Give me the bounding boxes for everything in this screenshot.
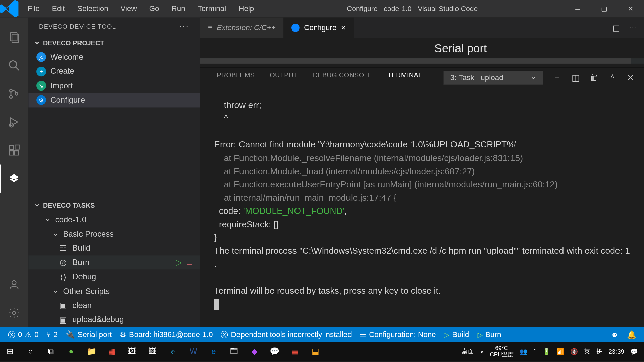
tray-ime[interactable]: 英: [584, 347, 590, 355]
tray-overflow-icon[interactable]: »: [480, 348, 484, 355]
kill-terminal-icon[interactable]: 🗑: [590, 72, 598, 82]
panel-more-icon[interactable]: ···: [179, 21, 190, 31]
task-debug[interactable]: ⟨⟩ Debug: [28, 270, 200, 284]
tray-ime2[interactable]: 拼: [596, 347, 602, 355]
panel-tab-problems[interactable]: PROBLEMS: [217, 71, 255, 84]
search-icon[interactable]: [0, 51, 28, 79]
deveco-icon[interactable]: [0, 165, 28, 193]
account-icon[interactable]: [0, 270, 28, 299]
split-terminal-icon[interactable]: ◫: [572, 72, 580, 83]
tray-temperature[interactable]: 69°CCPU温度: [490, 345, 513, 358]
word-icon[interactable]: W: [183, 342, 204, 361]
status-fork[interactable]: ⑂2: [46, 330, 58, 339]
maximize-panel-icon[interactable]: ＾: [608, 72, 617, 84]
menu-view[interactable]: View: [114, 0, 143, 18]
sidebar-item-create[interactable]: +Create: [28, 64, 200, 79]
taskbar-app-icon[interactable]: ●: [61, 342, 82, 361]
tray-volume-icon[interactable]: 🔇: [570, 348, 578, 355]
deveco-tasks-section[interactable]: DEVECO TASKS: [28, 198, 200, 213]
more-actions-icon[interactable]: ···: [630, 23, 636, 32]
sidebar-item-import[interactable]: ↘Import: [28, 79, 200, 93]
task-project[interactable]: code-1.0: [28, 213, 200, 227]
tray-clock[interactable]: 23:39: [608, 348, 624, 355]
warning-icon: ⚠: [25, 330, 32, 339]
cortana-icon[interactable]: ○: [20, 342, 41, 361]
close-panel-icon[interactable]: ✕: [627, 72, 634, 83]
status-build[interactable]: ▷Build: [444, 330, 469, 339]
menu-go[interactable]: Go: [143, 0, 165, 18]
task-group-other[interactable]: Other Scripts: [28, 284, 200, 299]
status-board[interactable]: ⚙Board: hi3861@code-1.0: [120, 330, 213, 339]
terminal-selector[interactable]: 3: Task - upload: [444, 70, 543, 84]
tray-notifications-icon[interactable]: 💬: [630, 348, 638, 355]
edge-icon[interactable]: e: [204, 342, 224, 361]
tray-people-icon[interactable]: 👥: [520, 348, 527, 355]
settings-gear-icon[interactable]: [0, 299, 28, 327]
task-upload-debug[interactable]: ▣ upload&debug: [28, 313, 200, 327]
panel-tab-terminal[interactable]: TERMINAL: [387, 71, 422, 84]
play-icon[interactable]: ▷: [176, 258, 182, 267]
taskbar-app-icon[interactable]: ▦: [102, 342, 122, 361]
status-bar: ⓧ0 ⚠0 ⑂2 🔌Serial port ⚙Board: hi3861@cod…: [0, 327, 644, 342]
task-group-basic[interactable]: Basic Process: [28, 227, 200, 241]
sidebar-item-welcome[interactable]: ◬Welcome: [28, 50, 200, 64]
taskbar-app-icon[interactable]: ▤: [285, 342, 305, 361]
taskbar-app-icon[interactable]: 🖼: [122, 342, 143, 361]
svg-point-2: [9, 61, 17, 68]
menu-run[interactable]: Run: [165, 0, 192, 18]
split-editor-icon[interactable]: ◫: [613, 23, 620, 33]
menu-edit[interactable]: Edit: [46, 0, 71, 18]
task-view-icon[interactable]: ⧉: [41, 342, 61, 361]
status-burn[interactable]: ▷Burn: [477, 330, 501, 339]
vscode-taskbar-icon[interactable]: ⟐: [163, 342, 183, 361]
tab-extension-cpp[interactable]: ≡ Extension: C/C++: [200, 18, 283, 38]
run-debug-icon[interactable]: [0, 108, 28, 136]
deveco-project-section[interactable]: DEVECO PROJECT: [28, 35, 200, 50]
extensions-icon[interactable]: [0, 136, 28, 164]
tray-battery-icon[interactable]: 🔋: [543, 348, 550, 355]
start-button[interactable]: ⊞: [0, 342, 20, 361]
taskbar-app-icon[interactable]: ⬓: [305, 342, 326, 361]
task-burn[interactable]: ◎ Burn ▷ □: [28, 255, 200, 270]
status-errors[interactable]: ⓧ0 ⚠0: [8, 329, 39, 340]
status-dependency-warning[interactable]: ⓧDependent tools incorrectly installed: [221, 329, 352, 340]
status-configuration[interactable]: ⚌Configuration: None: [360, 330, 436, 339]
panel-tab-output[interactable]: OUTPUT: [270, 71, 298, 84]
system-tray: 桌面 » 69°CCPU温度 👥 ˄ 🔋 📶 🔇 英 拼 23:39 💬: [462, 345, 644, 358]
menu-selection[interactable]: Selection: [71, 0, 114, 18]
tray-chevron-up-icon[interactable]: ˄: [533, 348, 536, 355]
taskbar-app-icon[interactable]: 🖼: [143, 342, 163, 361]
tab-configure[interactable]: Configure ×: [284, 18, 354, 38]
status-bell-icon[interactable]: 🔔: [627, 330, 636, 339]
taskbar-app-icon[interactable]: 🗔: [224, 342, 244, 361]
status-feedback-icon[interactable]: ☻: [611, 330, 619, 339]
panel-tab-debug-console[interactable]: DEBUG CONSOLE: [313, 71, 373, 84]
menu-file[interactable]: File: [21, 0, 46, 18]
terminal-output[interactable]: throw err; ^ Error: Cannot find module '…: [200, 87, 644, 327]
tree-label: Import: [50, 81, 73, 90]
menu-terminal[interactable]: Terminal: [192, 0, 232, 18]
file-explorer-icon[interactable]: 📁: [82, 342, 102, 361]
horizontal-scrollbar[interactable]: [200, 58, 644, 64]
close-tab-icon[interactable]: ×: [341, 23, 346, 33]
sidebar-item-configure[interactable]: ⚙Configure: [28, 93, 200, 107]
maximize-button[interactable]: ▢: [591, 0, 618, 18]
svg-rect-8: [9, 146, 13, 150]
explorer-icon[interactable]: [0, 23, 28, 51]
task-build[interactable]: ☲ Build: [28, 241, 200, 256]
chevron-down-icon: [530, 73, 537, 82]
new-terminal-icon[interactable]: ＋: [553, 72, 561, 84]
tray-desktop[interactable]: 桌面: [462, 347, 474, 355]
task-clean[interactable]: ▣ clean: [28, 298, 200, 313]
gear-icon: ⚙: [120, 330, 126, 339]
status-serial-port[interactable]: 🔌Serial port: [66, 330, 112, 339]
terminal-icon: ▣: [58, 301, 68, 310]
source-control-icon[interactable]: [0, 79, 28, 108]
stop-icon[interactable]: □: [187, 258, 192, 267]
tray-wifi-icon[interactable]: 📶: [556, 348, 564, 355]
close-button[interactable]: ✕: [618, 0, 644, 18]
menu-help[interactable]: Help: [232, 0, 260, 18]
minimize-button[interactable]: ─: [565, 0, 591, 18]
wechat-icon[interactable]: 💬: [265, 342, 285, 361]
taskbar-app-icon[interactable]: ◆: [244, 342, 265, 361]
